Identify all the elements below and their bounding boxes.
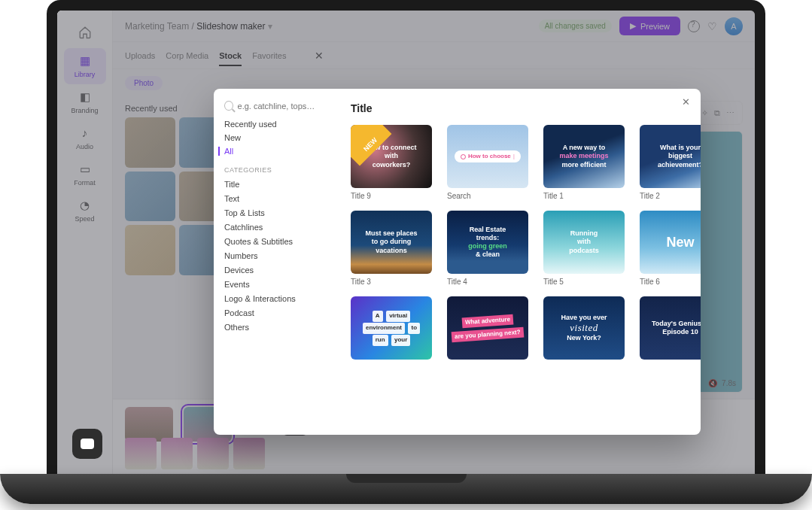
template-thumbnail: What adventureare you planning next? <box>447 296 528 360</box>
template-card[interactable]: A virtual environment to run your <box>351 296 432 363</box>
category-logo-interactions[interactable]: Logo & Interactions <box>224 294 324 303</box>
template-card[interactable]: What is yourbiggestachievement?Title 2 <box>640 125 701 200</box>
template-thumbnail: What is yourbiggestachievement? <box>640 125 701 188</box>
template-card[interactable]: How to choose |Search <box>447 125 528 200</box>
template-thumbnail: Real Estatetrends:going green& clean <box>447 211 528 274</box>
template-card[interactable]: NewTitle 6 <box>640 211 701 286</box>
search-pill: How to choose | <box>455 150 521 162</box>
category-quotes-subtitles[interactable]: Quotes & Subtitles <box>224 237 324 246</box>
template-card[interactable]: A new way tomake meetingsmore efficientT… <box>543 125 625 200</box>
category-podcast[interactable]: Podcast <box>224 308 324 317</box>
category-top-lists[interactable]: Top & Lists <box>224 208 324 217</box>
category-others[interactable]: Others <box>224 323 324 332</box>
category-numbers[interactable]: Numbers <box>224 251 324 260</box>
template-label: Title 5 <box>543 278 625 286</box>
quick-filter-all[interactable]: All <box>218 147 324 156</box>
template-thumbnail: Today's GeniusesEpisode 10 <box>640 296 701 360</box>
template-card[interactable]: What adventureare you planning next? <box>447 296 528 363</box>
category-text[interactable]: Text <box>224 194 324 203</box>
template-card[interactable]: Today's GeniusesEpisode 10 <box>640 296 701 363</box>
template-label: Title 4 <box>447 278 528 286</box>
quick-filter-new[interactable]: New <box>224 133 324 142</box>
modal-close-button[interactable]: ✕ <box>682 96 690 108</box>
template-label: Title 1 <box>543 192 625 200</box>
modal-section-title: Title <box>351 102 684 114</box>
chat-fab[interactable] <box>72 429 102 459</box>
category-title[interactable]: Title <box>224 180 324 189</box>
template-thumbnail: Have you evervisitedNew York? <box>543 296 625 360</box>
template-search[interactable] <box>224 101 324 120</box>
template-thumbnail: How to choose | <box>447 125 528 188</box>
template-thumbnail: A virtual environment to run your <box>351 296 432 360</box>
template-card[interactable]: NEWHow to connectwithcoworkers?Title 9 <box>351 125 432 200</box>
template-label: Search <box>447 192 528 200</box>
template-label: Title 2 <box>640 192 701 200</box>
category-events[interactable]: Events <box>224 280 324 289</box>
categories-heading: CATEGORIES <box>224 166 324 174</box>
search-icon <box>224 101 233 111</box>
quick-filter-recently-used[interactable]: Recently used <box>224 120 324 129</box>
category-catchlines[interactable]: Catchlines <box>224 223 324 232</box>
template-label: Title 9 <box>351 192 432 200</box>
template-card[interactable]: Have you evervisitedNew York? <box>543 296 625 363</box>
template-thumbnail: New <box>640 211 701 274</box>
template-card[interactable]: Real Estatetrends:going green& cleanTitl… <box>447 211 528 286</box>
template-label: Title 6 <box>640 278 701 286</box>
template-thumbnail: Must see placesto go duringvacations <box>351 211 432 274</box>
search-input[interactable] <box>238 102 324 111</box>
template-picker-modal: Recently usedNewAll CATEGORIES TitleText… <box>214 89 701 435</box>
category-devices[interactable]: Devices <box>224 266 324 275</box>
template-thumbnail: Runningwithpodcasts <box>543 211 625 274</box>
template-thumbnail: A new way tomake meetingsmore efficient <box>543 125 625 188</box>
template-label: Title 3 <box>351 278 432 286</box>
template-card[interactable]: RunningwithpodcastsTitle 5 <box>543 211 625 286</box>
template-card[interactable]: Must see placesto go duringvacationsTitl… <box>351 211 432 286</box>
template-thumbnail: NEWHow to connectwithcoworkers? <box>351 125 432 188</box>
